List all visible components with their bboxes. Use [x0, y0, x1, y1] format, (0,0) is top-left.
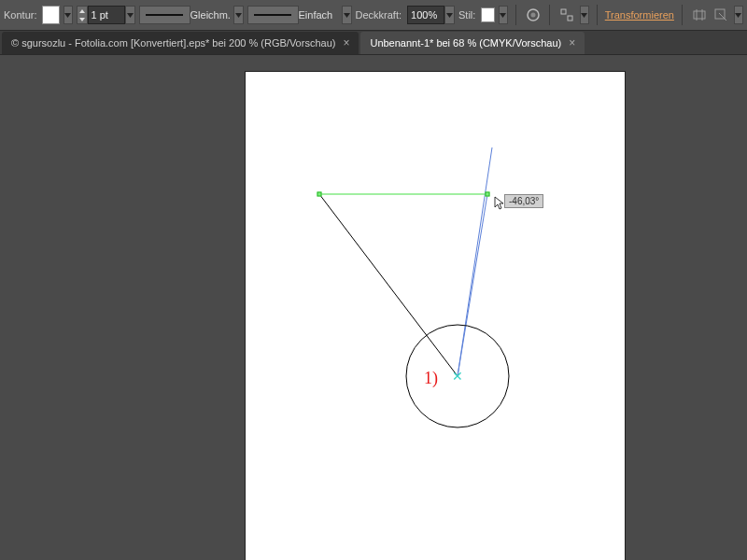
separator	[597, 5, 598, 25]
svg-rect-4	[694, 11, 705, 19]
opacity-input[interactable]	[407, 6, 444, 24]
align-icon[interactable]	[557, 5, 576, 25]
stroke-label: Kontur:	[4, 9, 36, 21]
options-toolbar: Kontur: Gleichm. Einfach Deckkraft: Stil…	[0, 0, 747, 31]
opacity-dropdown[interactable]	[444, 6, 455, 24]
transform-link[interactable]: Transformieren	[605, 9, 674, 21]
opacity-label: Deckkraft:	[356, 9, 402, 21]
separator	[515, 5, 516, 25]
mask-dropdown[interactable]	[734, 6, 743, 24]
style-dropdown[interactable]	[499, 6, 508, 24]
document-tabs: © sgursozlu - Fotolia.com [Konvertiert].…	[0, 31, 747, 55]
weight-stepper[interactable]	[77, 6, 88, 24]
brush-label: Einfach	[299, 9, 342, 21]
annotation-step-1: 1)	[424, 369, 438, 388]
separator	[549, 5, 550, 25]
stroke-swatch-dropdown[interactable]	[63, 6, 73, 24]
tab-label: Unbenannt-1* bei 68 % (CMYK/Vorschau)	[370, 37, 561, 49]
tab-label: © sgursozlu - Fotolia.com [Konvertiert].…	[11, 37, 335, 49]
anchor-point[interactable]	[317, 192, 322, 197]
workspace: ✕ 1) -46,03°	[0, 55, 747, 560]
path-line-1	[319, 194, 458, 376]
brush-dropdown[interactable]	[342, 6, 352, 24]
dash-dropdown[interactable]	[233, 6, 244, 24]
svg-rect-2	[561, 9, 566, 14]
smart-guide-cross-icon: ✕	[452, 369, 463, 384]
weight-dropdown[interactable]	[125, 6, 135, 24]
artboard[interactable]: ✕ 1) -46,03°	[246, 72, 625, 560]
close-icon[interactable]: ×	[569, 36, 575, 49]
svg-rect-3	[568, 16, 572, 21]
direction-handle	[458, 147, 492, 376]
dash-preview	[139, 6, 190, 24]
isolate-icon[interactable]	[690, 5, 709, 25]
mask-icon[interactable]	[712, 5, 730, 25]
close-icon[interactable]: ×	[343, 36, 349, 49]
stroke-swatch[interactable]	[42, 6, 59, 24]
recolor-icon[interactable]	[524, 5, 543, 25]
stroke-weight-input[interactable]	[88, 6, 125, 24]
tab-inactive[interactable]: © sgursozlu - Fotolia.com [Konvertiert].…	[2, 32, 359, 54]
drawing-svg	[246, 72, 625, 560]
style-swatch[interactable]	[481, 7, 494, 22]
svg-line-8	[719, 13, 726, 21]
style-label: Stil:	[458, 9, 475, 21]
separator	[682, 5, 683, 25]
tab-active[interactable]: Unbenannt-1* bei 68 % (CMYK/Vorschau) ×	[360, 32, 585, 54]
anchor-point[interactable]	[486, 192, 490, 197]
align-dropdown[interactable]	[580, 6, 589, 24]
angle-tooltip: -46,03°	[504, 194, 543, 208]
dash-type-label: Gleichm.	[190, 9, 233, 21]
svg-point-1	[530, 13, 535, 18]
brush-preview	[247, 6, 299, 24]
